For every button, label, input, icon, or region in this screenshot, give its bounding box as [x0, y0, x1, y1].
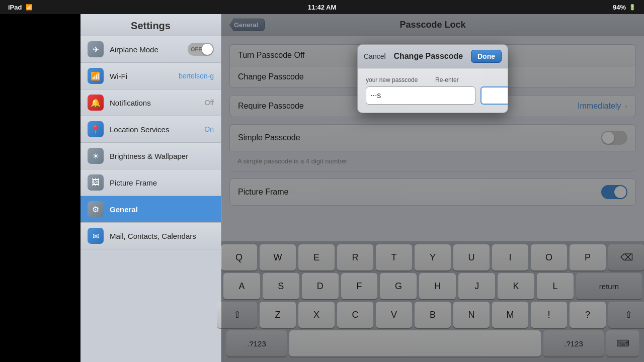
reenter-passcode-input[interactable]	[480, 86, 508, 105]
brightness-label: Brightness & Wallpaper	[110, 152, 214, 160]
sidebar-title: Settings	[80, 14, 221, 36]
mail-label: Mail, Contacts, Calendars	[110, 232, 214, 240]
new-passcode-input[interactable]	[366, 86, 475, 105]
sidebar-item-airplane-mode[interactable]: ✈ Airplane Mode OFF	[80, 36, 221, 63]
general-label: General	[110, 205, 214, 214]
modal-overlay: Cancel Change Passcode Done your new pas…	[221, 14, 644, 362]
sidebar-item-picture-frame[interactable]: 🖼 Picture Frame	[80, 169, 221, 196]
notifications-value: Off	[205, 99, 214, 107]
mail-icon: ✉	[88, 228, 104, 244]
status-right: 94% 🔋	[613, 4, 636, 11]
modal-label-row: your new passcode Re-enter	[366, 76, 500, 83]
status-bar: iPad 📶 11:42 AM 94% 🔋	[0, 0, 644, 14]
sidebar-item-brightness[interactable]: ☀ Brightness & Wallpaper	[80, 143, 221, 169]
airplane-mode-label: Airplane Mode	[110, 45, 188, 54]
wifi-status-icon: 📶	[26, 4, 33, 11]
notifications-icon: 🔔	[88, 95, 104, 111]
wifi-label: Wi-Fi	[110, 72, 179, 80]
location-services-icon: 📍	[88, 121, 104, 137]
toggle-knob	[202, 44, 213, 55]
modal-body: your new passcode Re-enter	[358, 68, 508, 113]
battery-icon: 🔋	[629, 4, 636, 11]
picture-frame-icon: 🖼	[88, 174, 104, 191]
airplane-mode-toggle[interactable]: OFF	[188, 43, 214, 56]
main-container: Settings ✈ Airplane Mode OFF 📶 Wi-Fi ber…	[80, 14, 644, 362]
modal-input1-label: your new passcode	[366, 76, 430, 83]
wifi-value: bertelson-g	[179, 72, 214, 80]
brightness-icon: ☀	[88, 148, 104, 164]
general-icon: ⚙	[88, 201, 104, 217]
picture-frame-label: Picture Frame	[110, 178, 214, 187]
device-name: iPad	[8, 4, 22, 11]
modal-header: Cancel Change Passcode Done	[358, 45, 508, 68]
sidebar-item-location-services[interactable]: 📍 Location Services On	[80, 116, 221, 143]
modal-done-button[interactable]: Done	[471, 50, 502, 63]
toggle-off-label: OFF	[191, 46, 202, 52]
sidebar-item-wifi[interactable]: 📶 Wi-Fi bertelson-g	[80, 63, 221, 89]
battery-percentage: 94%	[613, 4, 626, 11]
notifications-label: Notifications	[110, 99, 205, 107]
modal-cancel-button[interactable]: Cancel	[364, 52, 386, 60]
modal-inputs-row	[366, 86, 500, 105]
status-time: 11:42 AM	[308, 4, 337, 11]
status-left: iPad 📶	[8, 4, 33, 11]
modal-input2-label: Re-enter	[435, 76, 500, 83]
sidebar-item-mail[interactable]: ✉ Mail, Contacts, Calendars	[80, 223, 221, 249]
location-services-label: Location Services	[110, 125, 204, 134]
content-area: General Passcode Lock Turn Passcode Off …	[221, 14, 644, 362]
sidebar-item-general[interactable]: ⚙ General	[80, 196, 221, 223]
sidebar-item-notifications[interactable]: 🔔 Notifications Off	[80, 89, 221, 116]
wifi-icon: 📶	[88, 68, 104, 84]
sidebar: Settings ✈ Airplane Mode OFF 📶 Wi-Fi ber…	[80, 14, 221, 362]
airplane-mode-icon: ✈	[88, 41, 104, 57]
change-passcode-modal: Cancel Change Passcode Done your new pas…	[357, 44, 508, 113]
modal-title: Change Passcode	[393, 52, 463, 61]
location-services-value: On	[204, 125, 214, 133]
